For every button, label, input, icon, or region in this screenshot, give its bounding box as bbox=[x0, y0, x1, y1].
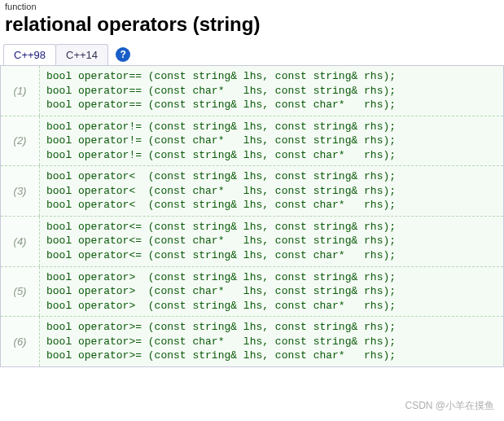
declaration-number: (3) bbox=[1, 166, 40, 216]
declaration-code: bool operator<= (const string& lhs, cons… bbox=[40, 217, 503, 266]
help-icon[interactable]: ? bbox=[116, 47, 130, 62]
page-title: relational operators (string) bbox=[0, 11, 504, 44]
declaration-code: bool operator>= (const string& lhs, cons… bbox=[40, 317, 503, 366]
declaration-code: bool operator> (const string& lhs, const… bbox=[40, 267, 503, 317]
declaration-row: (6) bool operator>= (const string& lhs, … bbox=[1, 317, 503, 366]
tab-bar: C++98 C++14 ? bbox=[0, 44, 504, 66]
declaration-code: bool operator== (const string& lhs, cons… bbox=[40, 66, 503, 116]
declaration-row: (4) bool operator<= (const string& lhs, … bbox=[1, 217, 503, 267]
declaration-number: (4) bbox=[1, 217, 40, 266]
tab-cpp98[interactable]: C++98 bbox=[3, 44, 56, 65]
declaration-row: (3) bool operator< (const string& lhs, c… bbox=[1, 166, 503, 217]
declaration-row: (5) bool operator> (const string& lhs, c… bbox=[1, 267, 503, 318]
declaration-row: (2) bool operator!= (const string& lhs, … bbox=[1, 116, 503, 167]
category-label: function bbox=[0, 0, 504, 11]
declaration-number: (2) bbox=[1, 116, 40, 166]
declaration-list: (1) bool operator== (const string& lhs, … bbox=[0, 66, 504, 367]
tab-cpp14[interactable]: C++14 bbox=[55, 44, 108, 65]
declaration-code: bool operator!= (const string& lhs, cons… bbox=[40, 116, 503, 166]
declaration-number: (1) bbox=[1, 66, 40, 116]
declaration-code: bool operator< (const string& lhs, const… bbox=[40, 166, 503, 216]
declaration-number: (6) bbox=[1, 317, 40, 366]
declaration-number: (5) bbox=[1, 267, 40, 317]
declaration-row: (1) bool operator== (const string& lhs, … bbox=[1, 66, 503, 116]
